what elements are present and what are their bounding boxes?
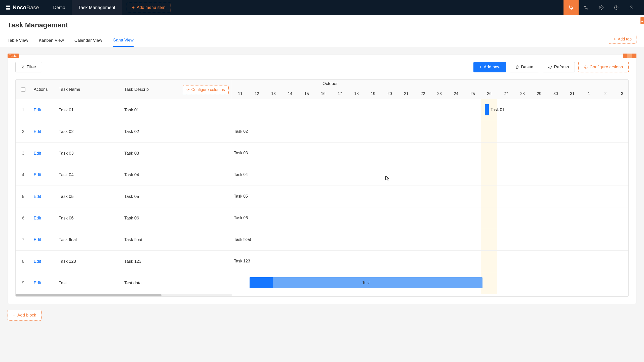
brand-name: Noco: [13, 4, 26, 11]
gantt-bar[interactable]: Test: [250, 277, 482, 288]
page-header: Task Management Table View Kanban View C…: [0, 15, 644, 47]
configure-actions-button[interactable]: Configure actions: [578, 62, 629, 72]
row-task-desc: Task 06: [121, 216, 232, 221]
table-row[interactable]: 9EditTestTest data: [16, 272, 232, 294]
delete-button[interactable]: Delete: [510, 62, 539, 72]
table-row[interactable]: 5EditTask 05Task 05: [16, 186, 232, 207]
design-mode-icon[interactable]: [564, 0, 579, 15]
filter-button[interactable]: Filter: [15, 62, 42, 72]
edit-link[interactable]: Edit: [34, 281, 41, 285]
help-icon[interactable]: [609, 0, 624, 15]
gantt-day: 15: [298, 88, 315, 99]
add-block-label: Add block: [17, 313, 36, 318]
header-task-name: Task Name: [56, 87, 121, 92]
gantt-row-label: Task 03: [234, 151, 248, 155]
filter-label: Filter: [27, 65, 36, 70]
row-index: 6: [16, 216, 31, 221]
gantt-timeline-header: October 11121314151617181920212223242526…: [232, 80, 628, 99]
edit-link[interactable]: Edit: [34, 216, 41, 220]
table-row[interactable]: 7EditTask floatTask float: [16, 229, 232, 251]
user-icon[interactable]: [624, 0, 639, 15]
edit-link[interactable]: Edit: [34, 129, 41, 134]
plugin-icon[interactable]: [579, 0, 594, 15]
table-row[interactable]: 1EditTask 01Task 01: [16, 99, 232, 121]
nav-item-demo[interactable]: Demo: [47, 0, 72, 15]
add-menu-item-button[interactable]: + Add menu item: [127, 3, 171, 12]
table-row[interactable]: 3EditTask 03Task 03: [16, 143, 232, 164]
edit-link[interactable]: Edit: [34, 259, 41, 264]
tab-table-view[interactable]: Table View: [8, 34, 28, 47]
toolbar-right: + Add new Delete Refresh Configure actio…: [473, 62, 629, 72]
gantt-chart: October 11121314151617181920212223242526…: [232, 80, 628, 296]
edit-link[interactable]: Edit: [34, 108, 41, 112]
hscroll-thumb[interactable]: [16, 294, 162, 296]
add-new-button[interactable]: + Add new: [473, 62, 506, 72]
refresh-button[interactable]: Refresh: [543, 62, 575, 72]
add-block-button[interactable]: + Add block: [8, 310, 42, 321]
gear-icon: [584, 65, 588, 69]
row-actions: Edit: [31, 216, 56, 221]
row-index: 4: [16, 172, 31, 177]
gantt-day: 20: [381, 88, 398, 99]
gantt-day: 22: [415, 88, 431, 99]
block-corner-handles[interactable]: [623, 54, 636, 58]
row-index: 2: [16, 129, 31, 134]
edit-link[interactable]: Edit: [34, 172, 41, 177]
block-toolbar: Filter + Add new Delete Refresh: [15, 62, 629, 72]
edit-link[interactable]: Edit: [34, 237, 41, 242]
edit-link[interactable]: Edit: [34, 151, 41, 156]
filter-icon: [21, 65, 25, 69]
row-task-desc: Task 01: [121, 108, 232, 113]
row-index: 9: [16, 281, 31, 286]
plus-icon: +: [13, 313, 15, 318]
gantt-row-label: Task 06: [234, 216, 248, 220]
gantt-month-row: October: [232, 80, 628, 88]
tab-kanban-view[interactable]: Kanban View: [39, 34, 64, 47]
gantt-day: 18: [348, 88, 365, 99]
gantt-month-label: October: [323, 80, 338, 86]
gantt-day: 19: [365, 88, 381, 99]
row-task-name: Task float: [56, 237, 121, 242]
gantt-row-label: Task 123: [234, 259, 250, 263]
select-all-checkbox[interactable]: [21, 87, 25, 92]
add-tab-button[interactable]: + Add tab: [609, 35, 637, 44]
brand-logo: NocoBase: [5, 4, 39, 11]
content-area: Tasks Filter + Add new Delete: [0, 47, 644, 328]
table-row[interactable]: 4EditTask 04Task 04: [16, 164, 232, 186]
brand-suffix: Base: [26, 4, 39, 11]
row-index: 5: [16, 194, 31, 199]
table-row[interactable]: 6EditTask 06Task 06: [16, 207, 232, 229]
table-hscroll[interactable]: [16, 294, 232, 296]
gantt-bar[interactable]: [485, 104, 489, 115]
block-tag[interactable]: Tasks: [8, 54, 19, 58]
tab-gantt-view[interactable]: Gantt View: [113, 34, 134, 47]
refresh-label: Refresh: [554, 65, 569, 70]
svg-point-6: [188, 89, 189, 90]
configure-columns-button[interactable]: Configure columns: [183, 85, 229, 94]
nav-right: [564, 0, 639, 15]
row-actions: Edit: [31, 172, 56, 177]
nav-item-task-management[interactable]: Task Management: [72, 0, 122, 15]
side-drawer-handle[interactable]: ☰: [640, 17, 644, 24]
gantt-day: 27: [498, 88, 514, 99]
nav-items: Demo Task Management: [47, 0, 122, 15]
row-task-desc: Task 03: [121, 151, 232, 156]
row-actions: Edit: [31, 151, 56, 156]
edit-link[interactable]: Edit: [34, 194, 41, 199]
configure-columns-label: Configure columns: [191, 87, 225, 92]
row-task-name: Test: [56, 281, 121, 286]
gantt-row: Task 05: [232, 186, 628, 207]
table-row[interactable]: 2EditTask 02Task 02: [16, 121, 232, 143]
row-task-name: Task 04: [56, 172, 121, 177]
tab-calendar-view[interactable]: Calendar View: [74, 34, 102, 47]
gantt-row-label: Task float: [234, 237, 251, 242]
row-task-desc: Test data: [121, 281, 232, 286]
svg-point-2: [601, 7, 602, 8]
settings-icon[interactable]: [594, 0, 609, 15]
block-wrapper: Tasks Filter + Add new Delete: [8, 55, 636, 304]
row-index: 8: [16, 259, 31, 264]
gantt-day: 16: [315, 88, 332, 99]
row-actions: Edit: [31, 108, 56, 113]
table-row[interactable]: 8EditTask 123Task 123: [16, 251, 232, 272]
gantt-row-label: Task 01: [491, 108, 504, 112]
